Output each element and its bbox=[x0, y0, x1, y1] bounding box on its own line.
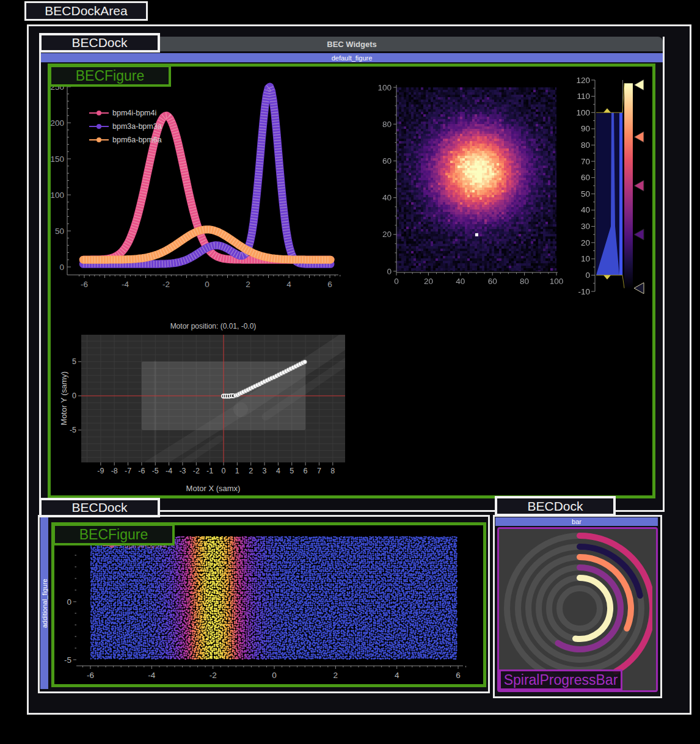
svg-text:2: 2 bbox=[246, 280, 250, 289]
bottom-figure-title: BECFigure bbox=[53, 523, 175, 545]
svg-text:bpm4i-bpm4i: bpm4i-bpm4i bbox=[112, 109, 156, 117]
svg-text:30: 30 bbox=[581, 222, 590, 231]
svg-text:5: 5 bbox=[72, 357, 76, 366]
svg-text:0: 0 bbox=[387, 267, 392, 276]
svg-text:0: 0 bbox=[585, 271, 590, 280]
svg-text:40: 40 bbox=[382, 193, 392, 202]
svg-text:0: 0 bbox=[205, 280, 210, 289]
svg-text:60: 60 bbox=[488, 277, 497, 286]
svg-text:20: 20 bbox=[382, 230, 392, 239]
svg-text:20: 20 bbox=[581, 238, 590, 247]
svg-text:-2: -2 bbox=[162, 280, 170, 289]
svg-text:120: 120 bbox=[576, 76, 590, 85]
heatmap-axes: 020406080100020406080100 bbox=[370, 76, 580, 296]
svg-text:0: 0 bbox=[272, 671, 277, 680]
svg-text:80: 80 bbox=[581, 140, 590, 150]
svg-text:-9: -9 bbox=[97, 467, 104, 475]
motor-map-plot[interactable]: Motor position: (0.01, -0.0)-9-8-7-6-5-4… bbox=[58, 319, 376, 502]
svg-text:40: 40 bbox=[581, 205, 590, 214]
svg-text:-10: -10 bbox=[578, 287, 590, 296]
dock-titlebar-default-figure[interactable]: default_figure bbox=[41, 53, 663, 62]
svg-text:150: 150 bbox=[50, 155, 64, 164]
svg-text:-5: -5 bbox=[70, 426, 76, 434]
svg-text:4: 4 bbox=[286, 280, 291, 289]
svg-text:-3: -3 bbox=[179, 467, 186, 475]
svg-text:10: 10 bbox=[581, 254, 590, 263]
bottom-left-dock-label: BECDock bbox=[39, 498, 160, 517]
svg-text:100: 100 bbox=[50, 191, 64, 200]
svg-text:0: 0 bbox=[67, 597, 71, 607]
svg-text:bpm6a-bpm6a: bpm6a-bpm6a bbox=[112, 136, 162, 144]
spiral-progress-bar[interactable] bbox=[499, 529, 652, 687]
svg-text:Motor Y (samy): Motor Y (samy) bbox=[59, 371, 68, 425]
svg-text:-5: -5 bbox=[64, 655, 71, 665]
svg-text:-4: -4 bbox=[148, 671, 155, 680]
svg-text:-4: -4 bbox=[166, 467, 172, 475]
svg-text:110: 110 bbox=[577, 92, 590, 101]
svg-text:0: 0 bbox=[394, 277, 399, 286]
svg-text:80: 80 bbox=[382, 120, 392, 129]
svg-text:1: 1 bbox=[235, 467, 239, 475]
svg-text:6: 6 bbox=[304, 467, 308, 475]
svg-text:100: 100 bbox=[576, 108, 590, 117]
svg-text:7: 7 bbox=[317, 467, 321, 475]
svg-text:50: 50 bbox=[581, 189, 590, 199]
svg-text:Motor position: (0.01, -0.0): Motor position: (0.01, -0.0) bbox=[170, 322, 257, 330]
svg-text:2: 2 bbox=[249, 467, 253, 475]
svg-text:-2: -2 bbox=[210, 671, 217, 680]
svg-text:0: 0 bbox=[59, 263, 64, 272]
svg-text:8: 8 bbox=[330, 467, 335, 475]
svg-text:6: 6 bbox=[456, 671, 461, 680]
svg-text:-4: -4 bbox=[122, 280, 129, 289]
svg-text:3: 3 bbox=[263, 467, 267, 475]
svg-text:4: 4 bbox=[276, 467, 280, 475]
dock-titlebar-additional-figure[interactable]: additional_figure bbox=[40, 517, 48, 689]
svg-text:4: 4 bbox=[395, 671, 399, 680]
svg-text:-5: -5 bbox=[152, 467, 159, 475]
svg-text:90: 90 bbox=[581, 124, 590, 133]
spiral-widget-title: SpiralProgressBar bbox=[499, 669, 622, 690]
scatter-waveform-plot[interactable] bbox=[90, 536, 458, 660]
svg-text:5: 5 bbox=[290, 467, 294, 475]
dock-area-title: BECDockArea bbox=[24, 1, 148, 21]
svg-text:20: 20 bbox=[424, 277, 433, 286]
svg-text:200: 200 bbox=[50, 119, 64, 128]
svg-text:60: 60 bbox=[581, 173, 590, 182]
svg-text:-7: -7 bbox=[125, 467, 131, 475]
histogram-lut[interactable]: -100102030405060708090100110120 bbox=[568, 72, 657, 299]
svg-text:-6: -6 bbox=[87, 671, 94, 680]
svg-text:0: 0 bbox=[72, 392, 76, 400]
svg-text:bpm3a-bpm3a: bpm3a-bpm3a bbox=[112, 122, 162, 131]
svg-text:-6: -6 bbox=[138, 467, 145, 475]
svg-text:-1: -1 bbox=[206, 467, 213, 475]
top-dock-label: BECDock bbox=[39, 33, 160, 53]
svg-text:80: 80 bbox=[520, 277, 529, 286]
svg-text:60: 60 bbox=[382, 156, 392, 166]
svg-text:100: 100 bbox=[550, 277, 564, 286]
svg-text:-2: -2 bbox=[193, 467, 200, 475]
dock-titlebar-bar[interactable]: bar bbox=[495, 517, 658, 526]
svg-text:Motor X (samx): Motor X (samx) bbox=[186, 484, 241, 493]
svg-text:-8: -8 bbox=[111, 467, 118, 475]
svg-text:50: 50 bbox=[55, 227, 64, 236]
svg-text:2: 2 bbox=[334, 671, 338, 680]
svg-text:100: 100 bbox=[377, 83, 392, 92]
svg-text:0: 0 bbox=[222, 467, 226, 475]
svg-text:40: 40 bbox=[456, 277, 465, 286]
bottom-right-dock-label: BECDock bbox=[495, 496, 616, 516]
svg-text:6: 6 bbox=[327, 280, 332, 289]
svg-text:-6: -6 bbox=[81, 280, 88, 289]
main-figure-title: BECFigure bbox=[49, 65, 171, 87]
waveform-plot[interactable]: -6-4-20246050100150200250bpm4i-bpm4ibpm3… bbox=[50, 68, 368, 304]
svg-text:70: 70 bbox=[581, 157, 590, 166]
